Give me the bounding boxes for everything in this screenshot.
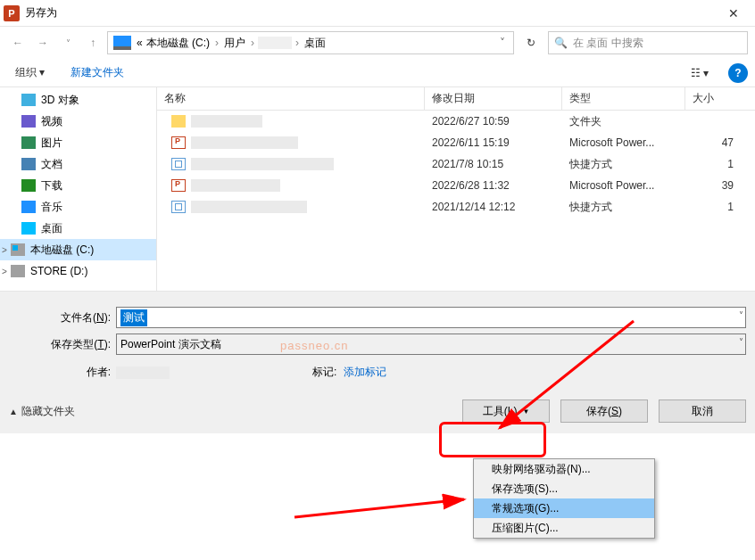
sidebar-item-label: 视频 <box>41 114 62 129</box>
sidebar-item[interactable]: 桌面 <box>0 218 156 239</box>
filename-input[interactable]: 测试 ˅ <box>116 307 746 328</box>
tags-label: 标记: <box>312 365 336 380</box>
file-size: 39 <box>685 179 734 192</box>
author-value[interactable] <box>116 366 170 379</box>
sidebar-item-label: STORE (D:) <box>30 265 87 277</box>
nav-back-button[interactable]: ← <box>7 32 29 54</box>
sidebar-item-label: 图片 <box>41 136 62 151</box>
breadcrumb-sep: › <box>212 37 222 49</box>
organize-button[interactable]: 组织 ▾ <box>7 61 53 85</box>
tools-button[interactable]: 工具(L) ▼ <box>462 399 550 423</box>
app-icon: P <box>4 5 20 21</box>
file-size: 47 <box>685 136 734 149</box>
sidebar-item[interactable]: 图片 <box>0 132 156 153</box>
sidebar-item[interactable]: 音乐 <box>0 196 156 218</box>
sidebar-item-label: 音乐 <box>41 200 62 215</box>
folder-icon <box>21 94 36 106</box>
file-date: 2021/12/14 12:12 <box>425 201 562 213</box>
author-label: 作者: <box>9 365 116 380</box>
cancel-button[interactable]: 取消 <box>659 399 746 423</box>
folder-icon <box>11 265 25 277</box>
drive-icon <box>113 36 131 50</box>
expand-icon[interactable]: > <box>2 245 7 255</box>
save-button[interactable]: 保存(S) <box>560 399 648 423</box>
hide-folders-toggle[interactable]: ▲ 隐藏文件夹 <box>9 404 75 419</box>
file-row[interactable]: 2022/6/11 15:19Microsoft Power...47 <box>157 132 755 153</box>
column-header-name[interactable]: 名称 <box>157 87 425 110</box>
expand-icon[interactable]: > <box>2 267 7 276</box>
breadcrumb-part[interactable]: 本地磁盘 (C:) <box>145 36 212 51</box>
new-folder-button[interactable]: 新建文件夹 <box>63 62 131 84</box>
file-size: 1 <box>685 201 734 213</box>
filetype-dropdown-icon[interactable]: ˅ <box>739 337 743 347</box>
breadcrumb-part[interactable]: 桌面 <box>303 36 328 51</box>
nav-forward-button[interactable]: → <box>32 32 54 54</box>
breadcrumb-part[interactable]: 用户 <box>222 36 247 51</box>
view-options-button[interactable]: ☷ ▾ <box>682 62 718 84</box>
filename-value[interactable]: 测试 <box>120 309 147 326</box>
file-row[interactable]: 2022/6/27 10:59文件夹 <box>157 111 755 132</box>
svg-line-1 <box>295 499 464 517</box>
sidebar-item[interactable]: >STORE (D:) <box>0 260 156 282</box>
file-date: 2022/6/27 10:59 <box>425 115 562 128</box>
file-type: Microsoft Power... <box>562 136 685 149</box>
column-header-size[interactable]: 大小 <box>685 87 739 110</box>
breadcrumb[interactable]: « 本地磁盘 (C:) › 用户 › ████ › 桌面 ˅ <box>107 31 514 54</box>
help-button[interactable]: ? <box>728 63 748 83</box>
menu-item-compress-pictures[interactable]: 压缩图片(C)... <box>474 518 654 538</box>
file-list-header[interactable]: 名称 修改日期 类型 大小 <box>157 87 755 111</box>
sidebar-item[interactable]: >本地磁盘 (C:) <box>0 239 156 260</box>
collapse-icon: ▲ <box>9 407 18 416</box>
file-row[interactable]: 2021/12/14 12:12快捷方式1 <box>157 196 755 218</box>
close-button[interactable]: ✕ <box>716 0 751 27</box>
window-title: 另存为 <box>25 5 716 21</box>
sidebar-item-label: 3D 对象 <box>41 93 79 108</box>
filename-label: 文件名(N): <box>9 310 116 325</box>
breadcrumb-part[interactable]: ████ <box>258 37 292 49</box>
breadcrumb-prefix: « <box>135 37 145 49</box>
filename-dropdown-icon[interactable]: ˅ <box>739 310 743 320</box>
sidebar-item[interactable]: 文档 <box>0 153 156 175</box>
file-row[interactable]: 2022/6/28 11:32Microsoft Power...39 <box>157 175 755 196</box>
sidebar-item-label: 下载 <box>41 178 62 194</box>
file-type: 快捷方式 <box>562 200 685 215</box>
folder-icon <box>21 158 36 170</box>
menu-item-general-options[interactable]: 常规选项(G)... <box>474 498 654 518</box>
breadcrumb-dropdown[interactable]: ˅ <box>494 37 511 49</box>
filetype-select[interactable]: PowerPoint 演示文稿 ˅ <box>116 334 746 355</box>
column-header-type[interactable]: 类型 <box>562 87 685 110</box>
menu-item-save-options[interactable]: 保存选项(S)... <box>474 479 654 498</box>
file-row[interactable]: 2021/7/8 10:15快捷方式1 <box>157 153 755 175</box>
file-icon <box>171 115 186 128</box>
folder-icon <box>21 179 36 192</box>
nav-recent-button[interactable]: ˅ <box>57 32 79 54</box>
sidebar-item[interactable]: 下载 <box>0 175 156 196</box>
tags-input[interactable]: 添加标记 <box>344 365 386 380</box>
sidebar-item-label: 文档 <box>41 157 62 172</box>
file-name <box>191 179 280 192</box>
nav-up-button[interactable]: ↑ <box>82 32 104 54</box>
column-header-date[interactable]: 修改日期 <box>425 87 562 110</box>
search-icon: 🔍 <box>554 37 568 49</box>
folder-icon <box>11 243 25 256</box>
file-icon <box>171 136 186 149</box>
menu-item-map-drive[interactable]: 映射网络驱动器(N)... <box>474 459 654 479</box>
sidebar-item[interactable]: 视频 <box>0 111 156 132</box>
file-date: 2022/6/28 11:32 <box>425 179 562 192</box>
file-icon <box>171 179 186 192</box>
refresh-button[interactable]: ↻ <box>518 31 544 54</box>
file-name <box>191 201 307 213</box>
tools-dropdown-menu: 映射网络驱动器(N)... 保存选项(S)... 常规选项(G)... 压缩图片… <box>473 458 655 539</box>
sidebar-item[interactable]: 3D 对象 <box>0 89 156 111</box>
file-type: 快捷方式 <box>562 157 685 172</box>
search-input[interactable]: 🔍 在 桌面 中搜索 <box>548 31 748 54</box>
folder-icon <box>21 136 36 149</box>
file-type: Microsoft Power... <box>562 179 685 192</box>
file-name <box>191 136 298 149</box>
file-icon <box>171 158 186 170</box>
folder-icon <box>21 222 36 235</box>
annotation-arrow <box>286 482 482 526</box>
folder-icon <box>21 115 36 128</box>
file-name <box>191 158 334 170</box>
breadcrumb-sep: › <box>292 37 303 49</box>
